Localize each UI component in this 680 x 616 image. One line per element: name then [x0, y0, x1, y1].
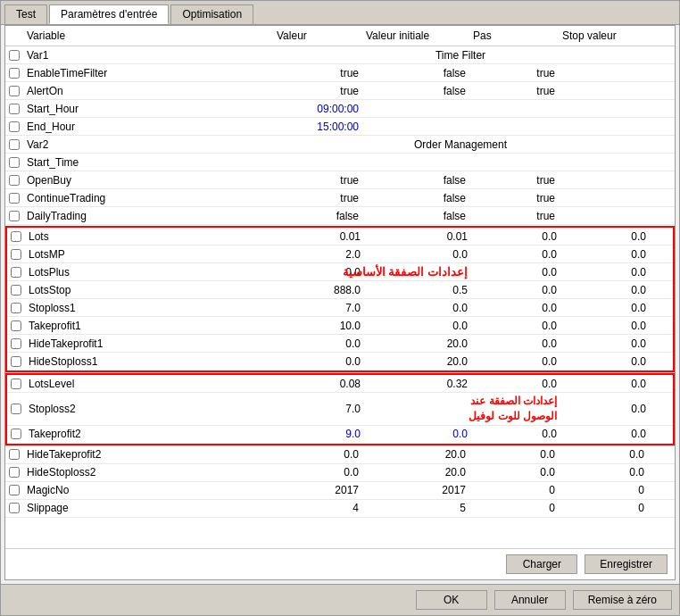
table-row: LotsLevel 0.08 0.32 0.0 0.0: [7, 375, 673, 393]
row-checkbox[interactable]: [7, 320, 25, 332]
row-checkbox[interactable]: [7, 266, 25, 279]
table-row: LotsMP 2.0 0.0 0.0 0.0: [7, 246, 673, 263]
row-pas: true: [469, 66, 559, 80]
row-val: true: [273, 84, 362, 98]
row-init: 0.0: [364, 247, 471, 262]
row-checkbox[interactable]: [5, 103, 23, 115]
table-row: HideStoploss2 0.0 20.0 0.0 0.0: [5, 464, 675, 482]
row-val: 0.0: [275, 354, 364, 369]
row-stop: 0.0: [560, 265, 650, 279]
row-pas: true: [469, 191, 559, 205]
ok-button[interactable]: OK: [416, 590, 487, 610]
row-val: 0.0: [273, 465, 362, 479]
row-var: LotsLevel: [25, 377, 275, 391]
row-init: 20.0: [364, 337, 471, 351]
annuler-button[interactable]: Annuler: [494, 590, 566, 610]
row-checkbox[interactable]: [7, 284, 25, 296]
table-row: LotsPlus 0.0 إعدادات الصفقة الأساسية 0.0…: [7, 263, 673, 281]
remise-button[interactable]: Remise à zéro: [573, 590, 672, 610]
row-stop: 0.0: [560, 377, 650, 391]
section-label: Time Filter: [273, 48, 648, 62]
row-val: true: [273, 191, 362, 205]
row-checkbox[interactable]: [5, 466, 23, 479]
row-stop: 0.0: [559, 465, 648, 479]
row-var: OpenBuy: [23, 173, 273, 187]
row-init: false: [362, 209, 469, 223]
row-pas: 0.0: [471, 247, 560, 262]
row-init: false: [362, 66, 469, 80]
row-checkbox[interactable]: [7, 302, 25, 314]
row-checkbox[interactable]: [7, 355, 25, 368]
row-val: 0.0: [273, 447, 362, 462]
row-checkbox[interactable]: [5, 121, 23, 133]
row-val: 0.0: [275, 337, 364, 351]
row-stop: [559, 162, 648, 163]
tab-test[interactable]: Test: [4, 4, 47, 24]
row-init: 20.0: [364, 354, 471, 369]
row-stop: 0.0: [560, 337, 650, 351]
charger-button[interactable]: Charger: [506, 554, 577, 574]
row-checkbox[interactable]: [5, 85, 23, 97]
table-row: ContinueTrading true false true: [5, 189, 675, 207]
table-row: HideTakeprofit1 0.0 20.0 0.0 0.0: [7, 335, 673, 353]
table-body: Var1 Time Filter EnableTimeFilter true f…: [5, 46, 675, 548]
table-row: HideStoploss1 0.0 20.0 0.0 0.0: [7, 353, 673, 370]
row-var: Start_Hour: [23, 102, 273, 116]
table-row: MagicNo 2017 2017 0 0: [5, 482, 675, 500]
row-checkbox[interactable]: [7, 403, 25, 415]
table-row: DailyTrading false false true: [5, 207, 675, 225]
row-checkbox[interactable]: [5, 67, 23, 79]
enregistrer-button[interactable]: Enregistrer: [585, 554, 668, 574]
row-checkbox[interactable]: [5, 448, 23, 461]
row-init: 0.32: [364, 377, 471, 391]
row-checkbox[interactable]: [7, 248, 25, 261]
row-val: 888.0: [275, 283, 364, 297]
row-stop: 0.0: [560, 247, 650, 262]
row-checkbox[interactable]: [7, 428, 25, 440]
row-var: Takeprofit2: [25, 427, 275, 441]
row-init: 20.0: [362, 447, 469, 462]
row-stop: 0.0: [560, 402, 650, 416]
row-pas: 0.0: [471, 354, 560, 369]
row-pas: [469, 108, 559, 110]
row-val: true: [273, 173, 362, 187]
row-checkbox[interactable]: [5, 174, 23, 187]
row-init: 0.0: [364, 427, 471, 441]
tab-optimisation[interactable]: Optimisation: [170, 4, 253, 24]
main-content: Variable Valeur Valeur initiale Pas Stop…: [4, 25, 676, 580]
tab-bar: Test Paramètres d'entrée Optimisation: [1, 1, 679, 25]
row-pas: 0.0: [471, 377, 560, 391]
row-var: DailyTrading: [23, 209, 273, 223]
row-var: AlertOn: [23, 84, 273, 98]
row-pas: 0.0: [471, 319, 560, 333]
row-pas: 0.0: [471, 301, 560, 315]
row-init: false: [362, 84, 469, 98]
row-stop: 0.0: [560, 319, 650, 333]
row-var: Stoploss2: [25, 402, 275, 416]
red-box-group-2: LotsLevel 0.08 0.32 0.0 0.0 Stoploss2 7.…: [5, 373, 675, 445]
row-pas: 0.0: [471, 427, 560, 441]
table-row: Var2 Order Management: [5, 136, 675, 154]
row-val: 7.0: [275, 301, 364, 315]
row-val: 2.0: [275, 247, 364, 262]
row-checkbox[interactable]: [5, 210, 23, 222]
row-pas: 0.0: [469, 465, 559, 479]
row-checkbox[interactable]: [7, 378, 25, 390]
row-checkbox[interactable]: [5, 49, 23, 62]
table-row: OpenBuy true false true: [5, 171, 675, 189]
row-checkbox[interactable]: [5, 138, 23, 151]
row-checkbox[interactable]: [7, 337, 25, 350]
row-val: 9.0: [275, 427, 364, 441]
row-checkbox[interactable]: [5, 502, 23, 514]
row-checkbox[interactable]: [5, 192, 23, 204]
row-checkbox[interactable]: [5, 156, 23, 169]
row-var: MagicNo: [23, 483, 273, 497]
tab-parametres[interactable]: Paramètres d'entrée: [49, 4, 169, 24]
table-header: Variable Valeur Valeur initiale Pas Stop…: [5, 26, 675, 46]
row-val: 4: [273, 501, 362, 515]
row-var: LotsStop: [25, 283, 275, 297]
row-checkbox[interactable]: [7, 230, 25, 243]
row-var: Lots: [25, 229, 275, 244]
row-stop: [559, 179, 648, 181]
row-checkbox[interactable]: [5, 484, 23, 496]
